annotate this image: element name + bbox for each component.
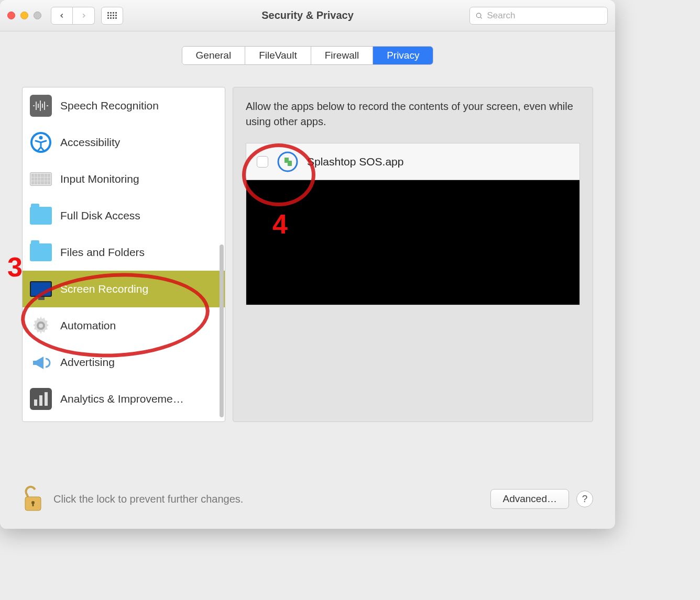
search-field[interactable] <box>469 7 608 25</box>
accessibility-icon <box>30 131 52 153</box>
panel-description: Allow the apps below to record the conte… <box>246 99 580 129</box>
content-area: Speech Recognition Accessibility Input M… <box>0 65 615 432</box>
sidebar-item-label: Full Disk Access <box>60 209 140 222</box>
forward-button[interactable] <box>73 7 95 25</box>
tabs-row: General FileVault Firewall Privacy <box>0 31 615 65</box>
sidebar-item-label: Screen Recording <box>60 283 148 295</box>
svg-rect-9 <box>45 392 48 406</box>
sidebar-item-files-and-folders[interactable]: Files and Folders <box>23 234 225 271</box>
sidebar-item-label: Analytics & Improveme… <box>60 393 184 405</box>
sidebar-item-label: Speech Recognition <box>60 99 159 112</box>
sidebar-item-automation[interactable]: Automation <box>23 307 225 344</box>
show-all-button[interactable] <box>101 7 123 25</box>
svg-rect-7 <box>34 399 37 406</box>
lock-area[interactable]: Click the lock to prevent further change… <box>22 485 243 513</box>
waveform-icon <box>30 95 52 117</box>
help-button[interactable]: ? <box>576 491 593 507</box>
sidebar-item-label: Input Monitoring <box>60 173 139 185</box>
app-checkbox[interactable] <box>257 156 268 168</box>
bottom-bar: Click the lock to prevent further change… <box>0 469 615 529</box>
monitor-icon <box>30 278 52 300</box>
search-icon <box>475 12 483 20</box>
search-input[interactable] <box>487 10 602 21</box>
tab-label: FileVault <box>259 50 297 61</box>
svg-rect-13 <box>32 503 34 506</box>
svg-line-1 <box>480 17 482 18</box>
tab-label: Firewall <box>325 50 359 61</box>
bar-chart-icon <box>30 388 52 410</box>
titlebar: Security & Privacy <box>0 0 615 31</box>
tab-label: General <box>196 50 232 61</box>
sidebar-item-advertising[interactable]: Advertising <box>23 344 225 381</box>
tabs: General FileVault Firewall Privacy <box>182 46 434 65</box>
traffic-lights <box>7 12 41 19</box>
chevron-right-icon <box>80 12 88 19</box>
tab-firewall[interactable]: Firewall <box>311 47 373 64</box>
keyboard-icon <box>30 168 52 190</box>
tab-privacy[interactable]: Privacy <box>373 47 433 64</box>
sidebar-item-label: Automation <box>60 319 116 332</box>
lock-text: Click the lock to prevent further change… <box>53 493 243 505</box>
minimize-window-button[interactable] <box>20 12 28 19</box>
unlocked-lock-icon[interactable] <box>22 485 44 513</box>
svg-rect-8 <box>39 395 42 406</box>
app-list[interactable]: Splashtop SOS.app <box>246 143 580 305</box>
sidebar-item-input-monitoring[interactable]: Input Monitoring <box>23 161 225 197</box>
gear-icon <box>30 315 52 337</box>
grid-icon <box>107 12 117 19</box>
splashtop-app-icon <box>277 151 299 173</box>
sidebar-item-accessibility[interactable]: Accessibility <box>23 124 225 161</box>
sidebar-item-screen-recording[interactable]: Screen Recording <box>23 271 225 307</box>
sidebar-item-analytics[interactable]: Analytics & Improveme… <box>23 381 225 417</box>
sidebar-item-label: Files and Folders <box>60 246 145 259</box>
close-window-button[interactable] <box>7 12 15 19</box>
sidebar-item-label: Accessibility <box>60 136 120 149</box>
svg-point-5 <box>39 136 43 140</box>
sidebar-item-speech-recognition[interactable]: Speech Recognition <box>23 87 225 124</box>
detail-panel: Allow the apps below to record the conte… <box>233 87 593 422</box>
sidebar-item-label: Advertising <box>60 356 115 369</box>
sidebar-item-full-disk-access[interactable]: Full Disk Access <box>23 197 225 234</box>
app-name-label: Splashtop SOS.app <box>307 155 403 168</box>
folder-icon <box>30 241 52 263</box>
zoom-window-button[interactable] <box>34 12 41 19</box>
svg-point-0 <box>476 13 480 17</box>
megaphone-icon <box>30 351 52 373</box>
preferences-window: Security & Privacy General FileVault Fir… <box>0 0 615 529</box>
folder-icon <box>30 205 52 227</box>
advanced-button[interactable]: Advanced… <box>490 489 569 509</box>
app-row[interactable]: Splashtop SOS.app <box>246 143 579 180</box>
tab-label: Privacy <box>387 50 419 61</box>
nav-buttons <box>51 7 95 25</box>
chevron-left-icon <box>58 12 65 19</box>
privacy-category-list[interactable]: Speech Recognition Accessibility Input M… <box>22 87 225 422</box>
sidebar-scrollbar[interactable] <box>220 245 224 417</box>
back-button[interactable] <box>51 7 73 25</box>
tab-general[interactable]: General <box>182 47 246 64</box>
tab-filevault[interactable]: FileVault <box>245 47 311 64</box>
